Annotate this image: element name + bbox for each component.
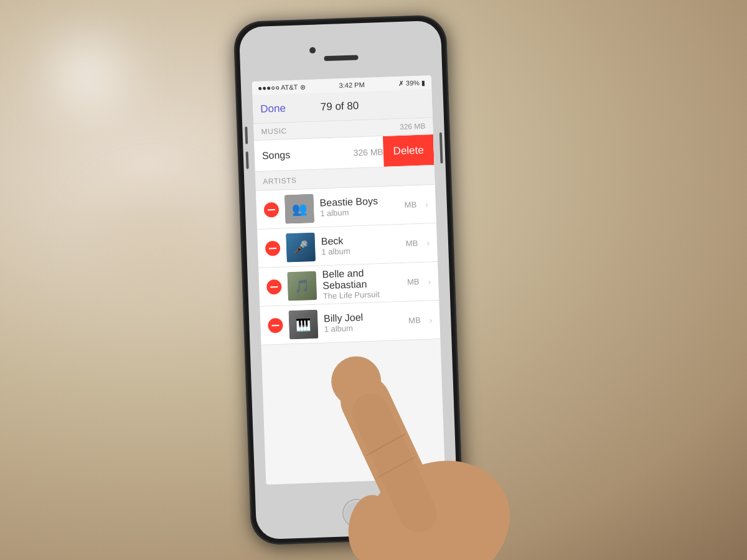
- artist-sub-beck: 1 album: [321, 245, 400, 256]
- bokeh-2: [93, 187, 218, 311]
- songs-row-content: Songs 326 MB: [262, 146, 383, 161]
- minus-button-beastie[interactable]: [264, 202, 280, 217]
- bokeh-1: [50, 37, 125, 112]
- artists-label: ARTISTS: [263, 176, 296, 186]
- earpiece-speaker: [324, 55, 358, 61]
- power-button: [439, 133, 443, 164]
- battery-percentage: 39%: [406, 79, 420, 87]
- hand-svg: [298, 250, 573, 560]
- iphone-top-bar: [250, 30, 431, 79]
- artist-row-beastie-boys[interactable]: Beastie Boys 1 album MB ›: [256, 185, 436, 230]
- hand-overlay: [298, 250, 573, 560]
- artist-size-beastie: MB: [404, 200, 416, 210]
- bluetooth-icon: ✗: [398, 79, 404, 87]
- chevron-icon-beastie: ›: [425, 199, 428, 209]
- signal-dot-1: [258, 86, 261, 90]
- status-right: ✗ 39% ▮: [398, 78, 425, 87]
- music-size: 326 MB: [400, 122, 426, 131]
- nav-spacer: [393, 103, 425, 105]
- wifi-icon: ⊛: [299, 83, 305, 91]
- songs-label: Songs: [262, 149, 291, 162]
- artist-thumb-beck: [286, 232, 316, 262]
- signal-dot-2: [263, 86, 266, 90]
- status-left: AT&T ⊛: [258, 83, 306, 93]
- artist-thumb-beastie: [284, 194, 314, 223]
- status-time: 3:42 PM: [339, 81, 365, 89]
- carrier-label: AT&T: [281, 83, 298, 91]
- artist-sub-beastie: 1 album: [320, 206, 398, 218]
- signal-dot-4: [271, 86, 275, 89]
- delete-button[interactable]: Delete: [383, 134, 435, 167]
- artist-size-beck: MB: [406, 238, 418, 248]
- done-button[interactable]: Done: [260, 102, 286, 115]
- minus-button-beck[interactable]: [265, 240, 281, 256]
- scene: AT&T ⊛ 3:42 PM ✗ 39% ▮ Done 79 of 8: [0, 0, 747, 560]
- music-label: MUSIC: [261, 126, 287, 136]
- songs-size: 326 MB: [353, 146, 383, 157]
- signal-strength: [258, 86, 279, 90]
- minus-button-billy[interactable]: [268, 317, 283, 333]
- nav-title: 79 of 80: [321, 100, 359, 113]
- signal-dot-3: [267, 86, 270, 90]
- signal-dot-5: [276, 86, 279, 89]
- volume-down-button: [246, 152, 249, 169]
- minus-button-belle[interactable]: [266, 279, 282, 294]
- battery-icon: ▮: [421, 78, 425, 86]
- chevron-icon-beck: ›: [426, 238, 430, 248]
- songs-row[interactable]: Songs 326 MB Delete: [254, 134, 435, 172]
- front-camera: [309, 47, 316, 54]
- artist-info-beastie: Beastie Boys 1 album: [319, 195, 398, 218]
- artist-info-beck: Beck 1 album: [321, 233, 400, 256]
- volume-up-button: [245, 127, 248, 144]
